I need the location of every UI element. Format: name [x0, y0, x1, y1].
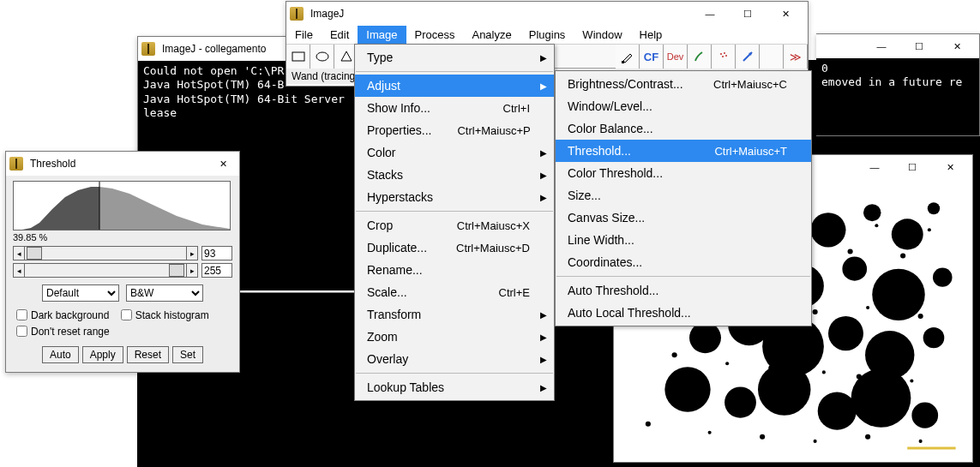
svg-point-56 — [708, 431, 712, 434]
menu-item-overlay[interactable]: Overlay▶ — [355, 348, 554, 370]
menu-item-adjust[interactable]: Adjust▶ — [355, 75, 554, 97]
threshold-display-select[interactable]: B&W — [126, 284, 203, 302]
menu-item-shortcut: Ctrl+Maiusc+T — [688, 145, 787, 158]
svg-point-69 — [725, 55, 727, 57]
arrow-tool-icon[interactable] — [736, 45, 760, 69]
menu-edit[interactable]: Edit — [322, 26, 358, 44]
menu-process[interactable]: Process — [406, 26, 464, 44]
svg-point-41 — [928, 228, 931, 231]
reset-button[interactable]: Reset — [127, 346, 169, 363]
cf-tool-icon[interactable]: CF — [640, 45, 664, 69]
menu-image[interactable]: Image — [358, 26, 406, 44]
menu-item-threshold[interactable]: Threshold...Ctrl+Maiusc+T — [556, 140, 811, 162]
menu-plugins[interactable]: Plugins — [520, 26, 574, 44]
menu-item-hyperstacks[interactable]: Hyperstacks▶ — [355, 186, 554, 208]
threshold-low-input[interactable] — [201, 246, 232, 260]
menu-item-line-width[interactable]: Line Width... — [556, 229, 811, 251]
menu-analyze[interactable]: Analyze — [463, 26, 520, 44]
menu-item-color-balance[interactable]: Color Balance... — [556, 117, 811, 140]
menu-item-auto-local-threshold[interactable]: Auto Local Threshold... — [556, 302, 811, 324]
menu-item-label: Color Balance... — [568, 122, 653, 135]
menu-item-label: Color Threshold... — [568, 166, 663, 180]
menu-item-crop[interactable]: CropCtrl+Maiusc+X — [355, 214, 554, 236]
dark-background-checkbox[interactable]: Dark background — [13, 307, 109, 323]
menu-item-color-threshold[interactable]: Color Threshold... — [556, 162, 811, 184]
submenu-arrow-icon: ▶ — [540, 355, 547, 364]
apply-button[interactable]: Apply — [82, 346, 123, 363]
menu-item-auto-threshold[interactable]: Auto Threshold... — [556, 279, 811, 302]
submenu-arrow-icon: ▶ — [540, 193, 547, 202]
picker-tool-icon[interactable] — [616, 45, 640, 69]
menu-item-label: Auto Threshold... — [568, 284, 658, 297]
spray-tool-icon[interactable] — [712, 45, 736, 69]
threshold-high-slider[interactable]: ◂ ▸ — [13, 263, 232, 278]
close-button[interactable]: ✕ — [767, 2, 804, 26]
menu-image: Type▶Adjust▶Show Info...Ctrl+IProperties… — [354, 44, 555, 401]
brush-tool-icon[interactable] — [688, 45, 712, 69]
slider-right-arrow-icon[interactable]: ▸ — [186, 263, 198, 278]
menu-item-properties[interactable]: Properties...Ctrl+Maiusc+P — [355, 119, 554, 141]
menu-item-lookup-tables[interactable]: Lookup Tables▶ — [355, 376, 554, 398]
maximize-button[interactable]: ☐ — [900, 34, 938, 58]
menu-file[interactable]: File — [286, 26, 322, 44]
dev-tool-icon[interactable]: Dev — [664, 45, 688, 69]
stack-histogram-checkbox[interactable]: Stack histogram — [117, 307, 209, 323]
console-right-titlebar[interactable]: — ☐ ✕ — [816, 34, 979, 58]
threshold-histogram — [13, 181, 231, 231]
slider-thumb[interactable] — [27, 247, 42, 260]
imagej-titlebar[interactable]: ImageJ — ☐ ✕ — [286, 2, 808, 26]
svg-point-25 — [664, 367, 710, 411]
svg-marker-73 — [99, 187, 230, 230]
menu-item-duplicate[interactable]: Duplicate...Ctrl+Maiusc+D — [355, 236, 554, 259]
menu-item-label: Stacks — [367, 168, 403, 182]
svg-rect-62 — [292, 52, 304, 61]
menu-item-canvas-size[interactable]: Canvas Size... — [556, 207, 811, 229]
minimize-button[interactable]: — — [691, 2, 729, 26]
menu-item-label: Type — [367, 51, 393, 64]
threshold-method-select[interactable]: Default — [42, 284, 119, 302]
menu-item-label: Adjust — [367, 79, 400, 93]
menu-item-label: Line Width... — [568, 233, 634, 247]
threshold-high-input[interactable] — [201, 263, 232, 278]
oval-select-tool-icon[interactable] — [310, 45, 334, 69]
imagej-app-icon — [290, 7, 304, 21]
menu-item-brightness-contrast[interactable]: Brightness/Contrast...Ctrl+Maiusc+C — [556, 73, 811, 95]
slider-left-arrow-icon[interactable]: ◂ — [13, 263, 25, 278]
svg-point-49 — [672, 352, 677, 357]
svg-point-30 — [911, 403, 938, 428]
maximize-button[interactable]: ☐ — [893, 155, 931, 179]
dont-reset-range-checkbox[interactable]: Don't reset range — [13, 323, 110, 339]
slider-right-arrow-icon[interactable]: ▸ — [186, 246, 198, 260]
maximize-button[interactable]: ☐ — [729, 2, 767, 26]
minimize-button[interactable]: — — [856, 155, 893, 179]
more-tools-icon[interactable]: ≫ — [784, 45, 808, 69]
close-button[interactable]: ✕ — [210, 152, 236, 176]
menu-help[interactable]: Help — [631, 26, 671, 44]
menu-window[interactable]: Window — [574, 26, 630, 44]
auto-button[interactable]: Auto — [42, 346, 79, 363]
menu-item-stacks[interactable]: Stacks▶ — [355, 164, 554, 186]
menu-item-label: Properties... — [367, 123, 431, 137]
set-button[interactable]: Set — [172, 346, 203, 363]
threshold-titlebar[interactable]: Threshold ✕ — [6, 152, 239, 176]
menu-item-transform[interactable]: Transform▶ — [355, 303, 554, 326]
svg-point-48 — [918, 314, 923, 319]
blank-tool-icon[interactable] — [760, 45, 784, 69]
rect-select-tool-icon[interactable] — [286, 45, 310, 69]
slider-thumb[interactable] — [169, 264, 184, 277]
minimize-button[interactable]: — — [863, 34, 900, 58]
slider-left-arrow-icon[interactable]: ◂ — [13, 246, 25, 260]
menu-item-color[interactable]: Color▶ — [355, 141, 554, 164]
menu-item-window-level[interactable]: Window/Level... — [556, 95, 811, 117]
submenu-adjust: Brightness/Contrast...Ctrl+Maiusc+CWindo… — [555, 70, 812, 326]
menu-item-type[interactable]: Type▶ — [355, 46, 554, 69]
menu-item-scale[interactable]: Scale...Ctrl+E — [355, 281, 554, 303]
menu-item-size[interactable]: Size... — [556, 184, 811, 207]
close-button[interactable]: ✕ — [938, 34, 976, 58]
menu-item-zoom[interactable]: Zoom▶ — [355, 326, 554, 348]
menu-item-show-info[interactable]: Show Info...Ctrl+I — [355, 97, 554, 119]
menu-item-coordinates[interactable]: Coordinates... — [556, 251, 811, 273]
close-button[interactable]: ✕ — [931, 155, 969, 179]
menu-item-rename[interactable]: Rename... — [355, 259, 554, 281]
threshold-low-slider[interactable]: ◂ ▸ — [13, 246, 232, 260]
